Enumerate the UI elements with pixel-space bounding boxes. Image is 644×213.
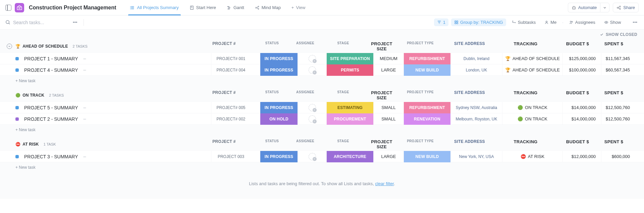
col-type[interactable]: PROJECT TYPE bbox=[397, 139, 444, 149]
status-dot[interactable] bbox=[15, 155, 19, 158]
col-add-end[interactable] bbox=[628, 139, 637, 149]
share-button[interactable]: Share bbox=[613, 3, 639, 12]
assignee-add-icon[interactable] bbox=[309, 115, 316, 123]
col-status[interactable]: STATUS bbox=[253, 139, 291, 149]
col-tracking[interactable]: TRACKING bbox=[495, 41, 556, 51]
cell-budget[interactable]: $12,000,000 bbox=[562, 151, 601, 162]
drag-handle-icon[interactable]: ═ bbox=[84, 68, 86, 72]
cell-address[interactable]: New York, NY, USA bbox=[450, 151, 502, 162]
cell-type[interactable]: REFURBISHMENT bbox=[404, 102, 450, 113]
cell-add-end[interactable] bbox=[635, 102, 644, 113]
sidebar-toggle-icon[interactable] bbox=[5, 5, 11, 11]
col-tracking[interactable]: TRACKING bbox=[495, 139, 556, 149]
col-add[interactable] bbox=[244, 139, 253, 149]
col-stage[interactable]: STAGE bbox=[320, 90, 367, 100]
automate-dropdown[interactable] bbox=[600, 3, 609, 12]
task-row[interactable]: PROJECT 2 - SUMMARY═ PROJECT# 002 ON HOL… bbox=[0, 113, 644, 125]
groupby-chip[interactable]: Group by: TRACKING bbox=[451, 18, 506, 26]
cell-assignee[interactable] bbox=[298, 151, 326, 162]
status-dot[interactable] bbox=[15, 68, 19, 72]
assignee-add-icon[interactable] bbox=[309, 55, 316, 62]
task-name[interactable]: PROJECT 3 - SUMMARY═ bbox=[24, 154, 211, 159]
col-budget[interactable]: BUDGET $ bbox=[556, 41, 594, 51]
tab-gantt[interactable]: Gantt bbox=[222, 0, 249, 15]
cell-stage[interactable]: PROCUREMENT bbox=[326, 113, 373, 125]
cell-tracking[interactable]: ⛔AT RISK bbox=[502, 151, 562, 162]
show-closed-button[interactable]: SHOW CLOSED bbox=[600, 32, 637, 37]
app-icon[interactable] bbox=[15, 3, 24, 12]
cell-add[interactable] bbox=[251, 53, 260, 64]
cell-spent[interactable]: $600,000 bbox=[601, 151, 635, 162]
task-name[interactable]: PROJECT 4 - SUMMARY═ bbox=[24, 67, 211, 73]
cell-type[interactable]: NEW BUILD bbox=[404, 64, 450, 76]
cell-add-end[interactable] bbox=[635, 64, 644, 76]
me-chip[interactable]: Me bbox=[541, 18, 559, 26]
tab-all-projects-summary[interactable]: All Projects Summary bbox=[125, 0, 183, 15]
col-add[interactable] bbox=[244, 90, 253, 100]
status-dot[interactable] bbox=[15, 57, 19, 60]
cell-stage[interactable]: ESTIMATING bbox=[326, 102, 373, 113]
col-assignee[interactable]: ASSIGNEE bbox=[291, 139, 320, 149]
task-row[interactable]: PROJECT 5 - SUMMARY═ PROJECT# 005 IN PRO… bbox=[0, 102, 644, 113]
task-name[interactable]: PROJECT 5 - SUMMARY═ bbox=[24, 105, 211, 110]
col-stage[interactable]: STAGE bbox=[320, 41, 367, 51]
cell-project-num[interactable]: PROJECT# 005 bbox=[211, 102, 251, 113]
col-add[interactable] bbox=[244, 41, 253, 51]
cell-project-num[interactable]: PROJECT# 002 bbox=[211, 113, 251, 125]
cell-project-num[interactable]: PROJECT# 001 bbox=[211, 53, 251, 64]
cell-type[interactable]: REFURBISHMENT bbox=[404, 53, 450, 64]
assignee-add-icon[interactable] bbox=[309, 104, 316, 111]
tab-start-here[interactable]: Start Here bbox=[185, 0, 221, 15]
col-size[interactable]: PROJECT SIZE bbox=[367, 41, 397, 51]
cell-address[interactable]: London, UK bbox=[450, 64, 502, 76]
cell-stage[interactable]: PERMITS bbox=[326, 64, 373, 76]
col-type[interactable]: PROJECT TYPE bbox=[397, 90, 444, 100]
cell-spent[interactable]: $11,567,345 bbox=[601, 53, 635, 64]
cell-project-num[interactable]: PROJECT 003 bbox=[211, 151, 251, 162]
col-size[interactable]: PROJECT SIZE bbox=[367, 139, 397, 149]
cell-status[interactable]: ON HOLD bbox=[260, 113, 298, 125]
cell-assignee[interactable] bbox=[298, 53, 326, 64]
search-input[interactable] bbox=[13, 20, 67, 25]
toolbar-more-button[interactable]: ••• bbox=[631, 18, 639, 26]
clear-filter-link[interactable]: clear filter bbox=[375, 181, 394, 186]
filter-chip[interactable]: 1 bbox=[434, 18, 448, 26]
cell-spent[interactable]: $12,500,760 bbox=[601, 102, 635, 113]
cell-address[interactable]: Dublin, Ireland bbox=[450, 53, 502, 64]
task-row[interactable]: PROJECT 1 - SUMMARY═ PROJECT# 001 IN PRO… bbox=[0, 53, 644, 64]
cell-add-end[interactable] bbox=[635, 113, 644, 125]
new-task-button[interactable]: + New task bbox=[0, 125, 644, 135]
cell-project-num[interactable]: PROJECT# 004 bbox=[211, 64, 251, 76]
search-more-button[interactable]: ••• bbox=[71, 18, 79, 26]
cell-tracking[interactable]: 🟢ON TRACK bbox=[502, 102, 562, 113]
cell-status[interactable]: IN PROGRESS bbox=[260, 53, 298, 64]
cell-tracking[interactable]: 🏆AHEAD OF SCHEDULE bbox=[502, 64, 562, 76]
col-spent[interactable]: SPENT $ bbox=[594, 41, 628, 51]
drag-handle-icon[interactable]: ═ bbox=[84, 57, 86, 61]
group-name[interactable]: 🟢ON TRACK bbox=[15, 93, 44, 98]
group-name[interactable]: 🏆AHEAD OF SCHEDULE bbox=[15, 44, 68, 49]
col-assignee[interactable]: ASSIGNEE bbox=[291, 41, 320, 51]
cell-size[interactable]: MEDIUM bbox=[373, 53, 404, 64]
col-spent[interactable]: SPENT $ bbox=[594, 90, 628, 100]
cell-status[interactable]: IN PROGRESS bbox=[260, 64, 298, 76]
cell-spent[interactable]: $60,567,345 bbox=[601, 64, 635, 76]
cell-address[interactable]: Melbourn, Royston, UK bbox=[450, 113, 502, 125]
show-chip[interactable]: Show bbox=[601, 18, 624, 26]
status-dot[interactable] bbox=[15, 117, 19, 121]
col-size[interactable]: PROJECT SIZE bbox=[367, 90, 397, 100]
tab-mind-map[interactable]: Mind Map bbox=[250, 0, 285, 15]
cell-budget[interactable]: $14,000,000 bbox=[562, 113, 601, 125]
cell-type[interactable]: RENEVATION bbox=[404, 113, 450, 125]
add-view-button[interactable]: + View bbox=[287, 5, 310, 10]
col-addr[interactable]: SITE ADDRESS bbox=[444, 41, 495, 51]
cell-assignee[interactable] bbox=[298, 102, 326, 113]
cell-tracking[interactable]: 🏆AHEAD OF SCHEDULE bbox=[502, 53, 562, 64]
automate-button[interactable]: Automate bbox=[568, 3, 600, 12]
col-spent[interactable]: SPENT $ bbox=[594, 139, 628, 149]
task-name[interactable]: PROJECT 1 - SUMMARY═ bbox=[24, 56, 211, 61]
drag-handle-icon[interactable]: ═ bbox=[84, 106, 86, 110]
cell-status[interactable]: IN PROGRESS bbox=[260, 102, 298, 113]
col-assignee[interactable]: ASSIGNEE bbox=[291, 90, 320, 100]
cell-size[interactable]: LARGE bbox=[373, 64, 404, 76]
